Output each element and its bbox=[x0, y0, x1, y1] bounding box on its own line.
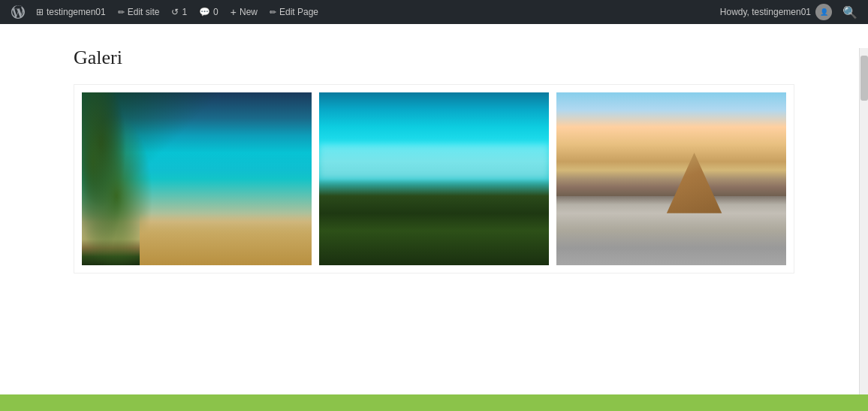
gallery-grid bbox=[74, 84, 794, 273]
main-content: Galeri bbox=[0, 24, 868, 394]
gallery-item-3[interactable] bbox=[556, 92, 786, 265]
edit-page-label: Edit Page bbox=[279, 7, 318, 17]
wp-logo-button[interactable] bbox=[6, 0, 30, 24]
scrollbar-thumb[interactable] bbox=[860, 56, 868, 101]
adminbar-site-name[interactable]: ⊞ testingemen01 bbox=[30, 0, 112, 24]
revisions-icon: ↺ bbox=[171, 7, 179, 17]
footer-bar bbox=[0, 394, 868, 411]
adminbar-edit-page[interactable]: ✏ Edit Page bbox=[264, 0, 324, 24]
new-label: New bbox=[240, 7, 258, 17]
howdy-text: Howdy, testingemen01 bbox=[720, 7, 811, 17]
gallery-item-2[interactable] bbox=[319, 92, 549, 265]
adminbar-right: Howdy, testingemen01 👤 🔍 bbox=[714, 0, 862, 24]
gallery-image-3 bbox=[556, 92, 786, 265]
gallery-item-1[interactable] bbox=[82, 92, 312, 265]
adminbar-new[interactable]: + New bbox=[225, 0, 264, 24]
revisions-count: 1 bbox=[182, 7, 187, 17]
site-icon: ⊞ bbox=[36, 7, 44, 17]
gallery-image-1 bbox=[82, 92, 312, 265]
edit-site-icon: ✏ bbox=[118, 8, 125, 17]
search-button[interactable]: 🔍 bbox=[838, 0, 862, 24]
edit-page-icon: ✏ bbox=[270, 8, 276, 17]
edit-site-label: Edit site bbox=[128, 7, 160, 17]
comments-icon: 💬 bbox=[199, 7, 210, 17]
content-wrapper: Galeri bbox=[59, 24, 809, 289]
adminbar-left: ⊞ testingemen01 ✏ Edit site ↺ 1 💬 0 + Ne… bbox=[6, 0, 714, 24]
user-avatar: 👤 bbox=[815, 4, 832, 20]
site-name-label: testingemen01 bbox=[47, 7, 106, 17]
page-title: Galeri bbox=[74, 47, 794, 69]
scrollbar-track[interactable] bbox=[859, 48, 868, 394]
gallery-image-2 bbox=[319, 92, 549, 265]
admin-bar: ⊞ testingemen01 ✏ Edit site ↺ 1 💬 0 + Ne… bbox=[0, 0, 868, 24]
adminbar-revisions[interactable]: ↺ 1 bbox=[165, 0, 193, 24]
adminbar-edit-site[interactable]: ✏ Edit site bbox=[112, 0, 166, 24]
comments-count: 0 bbox=[213, 7, 219, 17]
adminbar-comments[interactable]: 💬 0 bbox=[193, 0, 225, 24]
search-icon: 🔍 bbox=[842, 5, 857, 20]
new-icon: + bbox=[231, 6, 237, 18]
adminbar-howdy[interactable]: Howdy, testingemen01 👤 bbox=[714, 4, 838, 20]
